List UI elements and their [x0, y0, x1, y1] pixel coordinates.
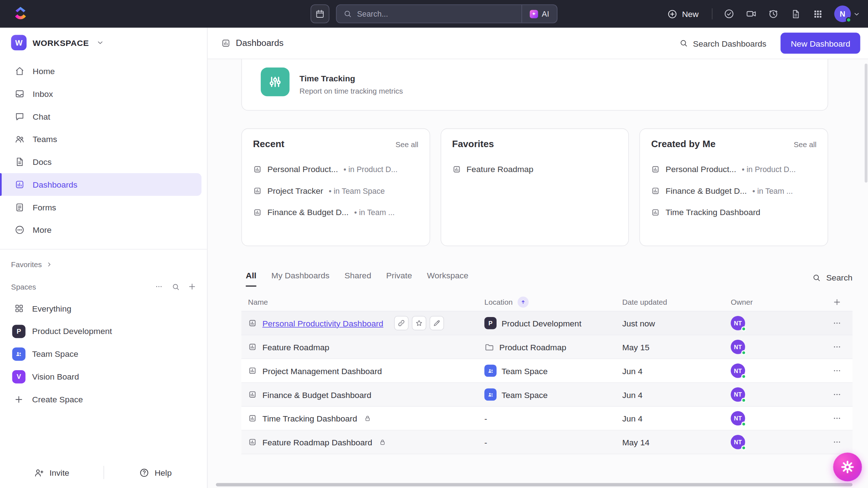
- tab-workspace[interactable]: Workspace: [427, 270, 468, 286]
- dashboards-chart-icon: [14, 179, 25, 190]
- tab-shared[interactable]: Shared: [344, 270, 371, 286]
- sidebar-item-dashboards[interactable]: Dashboards: [0, 173, 201, 196]
- date-updated: Jun 4: [622, 414, 731, 423]
- topbar-divider: [712, 8, 712, 20]
- table-row[interactable]: Personal Productivity Dashboard P Produc…: [241, 312, 852, 335]
- sidebar-item-forms[interactable]: Forms: [0, 196, 201, 219]
- vertical-scrollbar[interactable]: [865, 64, 868, 183]
- clock-button[interactable]: [763, 4, 783, 23]
- column-name[interactable]: Name: [241, 298, 484, 306]
- search-dashboards-button[interactable]: Search Dashboards: [671, 34, 774, 52]
- row-more-button[interactable]: [821, 390, 852, 400]
- tab-private[interactable]: Private: [386, 270, 412, 286]
- template-card-subtitle: Report on time tracking metrics: [299, 87, 403, 95]
- new-dashboard-button[interactable]: New Dashboard: [781, 33, 860, 53]
- table-row[interactable]: Project Management Dashboard Team Space …: [241, 359, 852, 383]
- help-question-icon: [139, 467, 150, 478]
- add-column-button[interactable]: [821, 297, 852, 306]
- created-item[interactable]: Personal Product... • in Product D...: [651, 158, 817, 180]
- workspace-switcher[interactable]: W WORKSPACE: [0, 28, 207, 58]
- space-item-label: Everything: [32, 304, 71, 313]
- home-icon: [14, 66, 25, 76]
- template-card-time-tracking[interactable]: Time Tracking Report on time tracking me…: [241, 59, 828, 111]
- workspace-name: WORKSPACE: [33, 38, 89, 47]
- sidebar-item-chat[interactable]: Chat: [0, 105, 201, 128]
- apps-grid-button[interactable]: [808, 4, 827, 23]
- clock-icon: [768, 8, 779, 20]
- favorites-item[interactable]: Feature Roadmap: [452, 158, 617, 180]
- created-item[interactable]: Time Tracking Dashboard: [651, 201, 817, 223]
- space-item-team-space[interactable]: Team Space: [0, 342, 207, 365]
- horizontal-scrollbar[interactable]: [216, 483, 852, 486]
- sidebar-item-teams[interactable]: Teams: [0, 128, 201, 151]
- new-button[interactable]: New: [660, 5, 705, 22]
- table-search-button[interactable]: Search: [812, 273, 852, 287]
- table-row[interactable]: Feature Roadmap Dashboard - May 14 NT: [241, 431, 852, 454]
- created-item[interactable]: Finance & Budget D... • in Team ...: [651, 180, 817, 201]
- recent-item[interactable]: Project Tracker • in Team Space: [253, 180, 418, 201]
- column-date-updated[interactable]: Date updated: [622, 298, 731, 306]
- sidebar-item-docs[interactable]: Docs: [0, 150, 201, 173]
- document-icon: [790, 9, 801, 19]
- tab-all[interactable]: All: [246, 270, 256, 286]
- summary-cards: Recent See all Personal Product... • in …: [241, 128, 828, 246]
- row-more-button[interactable]: [821, 366, 852, 376]
- recent-item[interactable]: Personal Product... • in Product D...: [253, 158, 418, 180]
- calendar-button[interactable]: [311, 4, 329, 23]
- video-button[interactable]: [741, 4, 761, 23]
- spaces-more-button[interactable]: [152, 279, 166, 294]
- help-button[interactable]: Help: [104, 467, 207, 478]
- recent-item[interactable]: Finance & Budget D... • in Team ...: [253, 201, 418, 223]
- table-row[interactable]: Finance & Budget Dashboard Team Space Ju…: [241, 383, 852, 407]
- created-see-all-link[interactable]: See all: [793, 140, 816, 149]
- sidebar-item-home[interactable]: Home: [0, 60, 201, 82]
- tasks-check-button[interactable]: [719, 4, 739, 23]
- dashboard-name-link[interactable]: Feature Roadmap Dashboard: [263, 437, 373, 447]
- favorites-title: Favorites: [452, 139, 494, 150]
- row-more-button[interactable]: [821, 318, 852, 328]
- gear-icon: [840, 460, 855, 474]
- column-owner[interactable]: Owner: [731, 298, 821, 306]
- tab-my-dashboards[interactable]: My Dashboards: [271, 270, 329, 286]
- dashboard-name-link[interactable]: Time Tracking Dashboard: [263, 414, 357, 423]
- row-more-button[interactable]: [821, 413, 852, 423]
- ai-assistant-fab[interactable]: [833, 453, 862, 481]
- table-row[interactable]: Time Tracking Dashboard - Jun 4 NT: [241, 407, 852, 431]
- ai-button[interactable]: ✦ AI: [521, 5, 557, 23]
- recent-see-all-link[interactable]: See all: [395, 140, 418, 149]
- dashboard-name-link[interactable]: Finance & Budget Dashboard: [263, 390, 371, 399]
- sort-ascending-icon[interactable]: [518, 296, 529, 308]
- search-field[interactable]: Search...: [337, 9, 522, 18]
- global-search-bar[interactable]: Search... ✦ AI: [336, 4, 557, 23]
- item-location: • in Product D...: [742, 164, 796, 173]
- dashboard-name-link[interactable]: Project Management Dashboard: [263, 366, 382, 375]
- viewport: Search... ✦ AI New: [0, 0, 868, 488]
- copy-link-button[interactable]: [394, 316, 409, 330]
- favorite-star-button[interactable]: [412, 316, 426, 330]
- rename-pencil-button[interactable]: [430, 316, 444, 330]
- space-item-product-development[interactable]: P Product Development: [0, 320, 207, 343]
- sidebar-item-label: Home: [33, 67, 55, 76]
- column-location[interactable]: Location: [484, 296, 622, 308]
- spaces-search-button[interactable]: [168, 279, 183, 294]
- clickup-logo-icon[interactable]: [13, 7, 28, 21]
- plus-circle-icon: [667, 9, 677, 19]
- dashboard-name-link[interactable]: Feature Roadmap: [263, 342, 329, 352]
- space-item-vision-board[interactable]: V Vision Board: [0, 365, 207, 388]
- folder-icon: [484, 342, 494, 352]
- invite-button[interactable]: Invite: [0, 467, 103, 478]
- table-row[interactable]: Feature Roadmap Product Roadmap May 15 N…: [241, 335, 852, 359]
- location-name: Product Development: [502, 318, 582, 328]
- item-location: • in Team ...: [752, 186, 793, 195]
- create-space-button[interactable]: Create Space: [0, 388, 207, 411]
- row-more-button[interactable]: [821, 437, 852, 447]
- sidebar-item-inbox[interactable]: Inbox: [0, 82, 201, 105]
- sidebar-item-more[interactable]: More: [0, 219, 201, 241]
- favorites-section-toggle[interactable]: Favorites: [0, 255, 207, 274]
- user-menu[interactable]: N: [834, 5, 860, 22]
- row-more-button[interactable]: [821, 342, 852, 352]
- spaces-add-button[interactable]: [185, 279, 199, 294]
- docs-button[interactable]: [786, 4, 805, 23]
- dashboard-name-link[interactable]: Personal Productivity Dashboard: [263, 318, 383, 328]
- space-item-everything[interactable]: Everything: [0, 297, 207, 320]
